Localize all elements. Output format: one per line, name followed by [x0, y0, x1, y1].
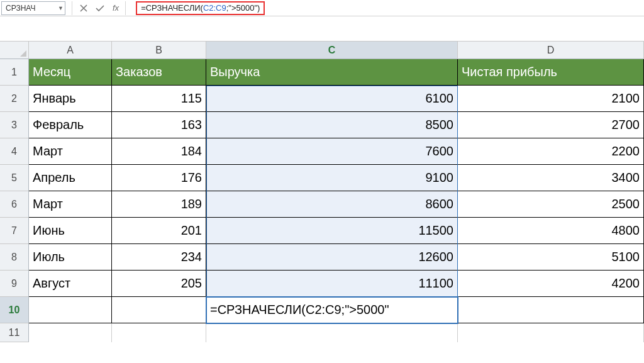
formula-bar: СРЗНАЧ ▼ fx =СРЗНАЧЕСЛИ(C2:C9;">5000") — [0, 0, 644, 16]
cell-C2[interactable]: 6100 — [206, 86, 458, 112]
row-header-11[interactable]: 11 — [0, 323, 29, 342]
cell-D6[interactable]: 2500 — [458, 191, 644, 218]
cell-A1[interactable]: Месяц — [29, 59, 112, 86]
row-1: 1 Месяц Заказов Выручка Чистая прибыль — [0, 59, 644, 86]
cell-B6[interactable]: 189 — [112, 191, 206, 218]
col-header-A[interactable]: A — [29, 42, 112, 59]
cell-C9[interactable]: 11100 — [206, 271, 458, 297]
cell-A8[interactable]: Июль — [29, 244, 112, 271]
row-header-3[interactable]: 3 — [0, 112, 29, 138]
ribbon-spacer — [0, 16, 644, 42]
cell-D4[interactable]: 2200 — [458, 138, 644, 165]
col-header-B[interactable]: B — [112, 42, 206, 59]
cell-A3[interactable]: Февраль — [29, 112, 112, 138]
active-cell-formula: =СРЗНАЧЕСЛИ(C2:C9;">5000" — [210, 303, 389, 317]
cell-D5[interactable]: 3400 — [458, 165, 644, 191]
row-header-4[interactable]: 4 — [0, 138, 29, 165]
row-2: 2 Январь 115 6100 2100 — [0, 86, 644, 112]
cell-C3[interactable]: 8500 — [206, 112, 458, 138]
cell-A6[interactable]: Март — [29, 191, 112, 218]
cell-C11[interactable] — [206, 323, 458, 342]
cell-D9[interactable]: 4200 — [458, 271, 644, 297]
separator — [125, 1, 126, 15]
select-all-corner[interactable] — [0, 42, 29, 59]
cell-C10-active[interactable]: =СРЗНАЧЕСЛИ(C2:C9;">5000" — [206, 297, 458, 323]
cell-A11[interactable] — [29, 323, 112, 342]
name-box-dropdown-icon[interactable]: ▼ — [58, 5, 64, 11]
cell-D2[interactable]: 2100 — [458, 86, 644, 112]
fx-icon[interactable]: fx — [113, 3, 119, 13]
cell-D8[interactable]: 5100 — [458, 244, 644, 271]
cell-B4[interactable]: 184 — [112, 138, 206, 165]
formula-text-range: C2:C9 — [203, 3, 226, 13]
formula-text-prefix: =СРЗНАЧЕСЛИ( — [141, 3, 203, 13]
row-header-9[interactable]: 9 — [0, 271, 29, 297]
separator — [72, 1, 72, 15]
cell-C7[interactable]: 11500 — [206, 218, 458, 244]
row-8: 8 Июль 234 12600 5100 — [0, 244, 644, 271]
cell-B5[interactable]: 176 — [112, 165, 206, 191]
cell-D10[interactable] — [458, 297, 644, 323]
row-10: 10 =СРЗНАЧЕСЛИ(C2:C9;">5000" — [0, 297, 644, 323]
cell-B11[interactable] — [112, 323, 206, 342]
spreadsheet-grid[interactable]: A B C D 1 Месяц Заказов Выручка Чистая п… — [0, 42, 644, 342]
row-6: 6 Март 189 8600 2500 — [0, 191, 644, 218]
cell-B3[interactable]: 163 — [112, 112, 206, 138]
cell-B8[interactable]: 234 — [112, 244, 206, 271]
col-header-C[interactable]: C — [206, 42, 458, 59]
row-header-10[interactable]: 10 — [0, 297, 29, 323]
row-3: 3 Февраль 163 8500 2700 — [0, 112, 644, 138]
cell-A9[interactable]: Август — [29, 271, 112, 297]
formula-text-suffix: ;">5000") — [226, 3, 260, 13]
formula-input-wrap: =СРЗНАЧЕСЛИ(C2:C9;">5000") — [136, 1, 265, 15]
formula-bar-buttons: fx — [79, 3, 119, 13]
cell-C4[interactable]: 7600 — [206, 138, 458, 165]
cell-D3[interactable]: 2700 — [458, 112, 644, 138]
row-header-5[interactable]: 5 — [0, 165, 29, 191]
cell-B7[interactable]: 201 — [112, 218, 206, 244]
cell-A2[interactable]: Январь — [29, 86, 112, 112]
name-box-value: СРЗНАЧ — [6, 4, 35, 13]
row-header-7[interactable]: 7 — [0, 218, 29, 244]
row-7: 7 Июнь 201 11500 4800 — [0, 218, 644, 244]
row-9: 9 Август 205 11100 4200 — [0, 271, 644, 297]
cell-C1[interactable]: Выручка — [206, 59, 458, 86]
cell-A4[interactable]: Март — [29, 138, 112, 165]
cell-D7[interactable]: 4800 — [458, 218, 644, 244]
row-4: 4 Март 184 7600 2200 — [0, 138, 644, 165]
cell-B2[interactable]: 115 — [112, 86, 206, 112]
cell-A10[interactable] — [29, 297, 112, 323]
row-header-8[interactable]: 8 — [0, 244, 29, 271]
row-5: 5 Апрель 176 9100 3400 — [0, 165, 644, 191]
cell-D11[interactable] — [458, 323, 644, 342]
cell-A5[interactable]: Апрель — [29, 165, 112, 191]
cell-C8[interactable]: 12600 — [206, 244, 458, 271]
col-header-D[interactable]: D — [458, 42, 644, 59]
cancel-icon[interactable] — [79, 3, 89, 13]
enter-icon[interactable] — [95, 3, 105, 13]
row-header-6[interactable]: 6 — [0, 191, 29, 218]
cell-B1[interactable]: Заказов — [112, 59, 206, 86]
cell-B9[interactable]: 205 — [112, 271, 206, 297]
cell-D1[interactable]: Чистая прибыль — [458, 59, 644, 86]
row-header-2[interactable]: 2 — [0, 86, 29, 112]
cell-C6[interactable]: 8600 — [206, 191, 458, 218]
cell-B10[interactable] — [112, 297, 206, 323]
row-11: 11 — [0, 323, 644, 342]
column-header-row: A B C D — [0, 42, 644, 59]
cell-A7[interactable]: Июнь — [29, 218, 112, 244]
name-box[interactable]: СРЗНАЧ ▼ — [1, 1, 65, 15]
row-header-1[interactable]: 1 — [0, 59, 29, 86]
formula-input[interactable]: =СРЗНАЧЕСЛИ(C2:C9;">5000") — [136, 1, 265, 15]
cell-C5[interactable]: 9100 — [206, 165, 458, 191]
